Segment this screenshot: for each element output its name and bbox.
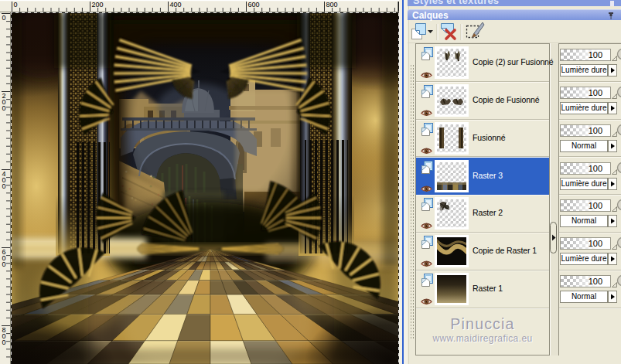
- svg-text:0: 0: [2, 338, 6, 346]
- svg-text:200: 200: [92, 1, 104, 9]
- svg-text:0: 0: [14, 1, 18, 9]
- svg-text:800: 800: [326, 1, 338, 9]
- svg-text:400: 400: [170, 1, 182, 9]
- svg-text:0: 0: [2, 104, 6, 112]
- svg-text:0: 0: [2, 260, 6, 268]
- svg-text:600: 600: [248, 1, 260, 9]
- svg-text:0: 0: [2, 182, 6, 190]
- svg-text:0: 0: [2, 14, 6, 22]
